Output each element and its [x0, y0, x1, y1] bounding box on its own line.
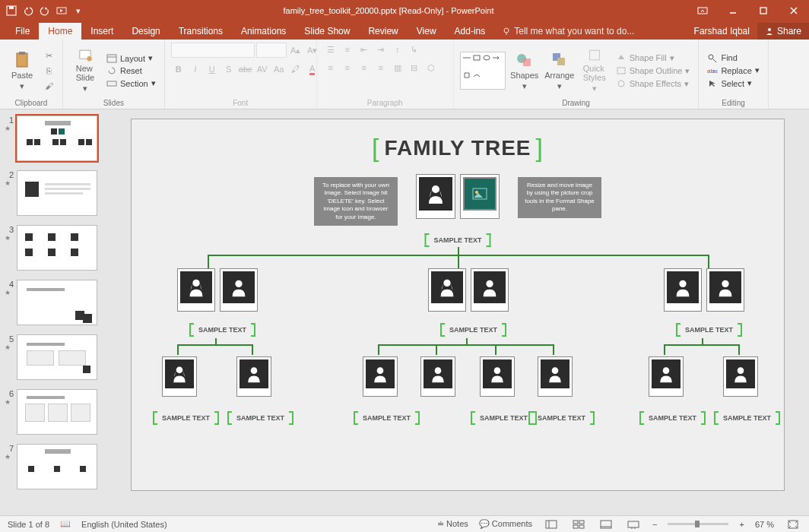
align-text-icon[interactable]: ⊟ [407, 61, 422, 74]
tree-leaf-8[interactable] [723, 356, 758, 397]
tree-leaf-7[interactable] [649, 356, 684, 397]
tree-leaf-4[interactable] [420, 356, 455, 397]
ribbon-options-icon[interactable] [687, 0, 718, 21]
comments-button[interactable]: 💬 Comments [479, 519, 532, 529]
tree-child-2[interactable] [428, 268, 509, 312]
paste-button[interactable]: Paste▾ [6, 48, 38, 93]
redo-icon[interactable] [38, 4, 52, 17]
tab-design[interactable]: Design [122, 23, 169, 40]
notes-button[interactable]: ≐ Notes [437, 519, 468, 529]
underline-icon[interactable]: U [205, 62, 220, 76]
numbering-icon[interactable]: ≡ [340, 43, 355, 56]
info-callout-left[interactable]: To replace with your own image. Select i… [314, 177, 398, 226]
replace-button[interactable]: abacReplace ▾ [705, 65, 761, 76]
tab-view[interactable]: View [408, 23, 446, 40]
shape-fill-button[interactable]: Shape Fill ▾ [614, 52, 693, 64]
slide-canvas[interactable]: [FAMILY TREE] To replace with your own i… [106, 109, 809, 515]
tree-leaf-4-label[interactable]: SAMPLE TEXT [471, 411, 537, 425]
tree-child-3-label[interactable]: SAMPLE TEXT [676, 323, 742, 337]
shadow-icon[interactable]: S [221, 62, 236, 76]
tree-leaf-7-label[interactable]: SAMPLE TEXT [639, 411, 706, 425]
align-center-icon[interactable]: ≡ [340, 61, 355, 74]
minimize-icon[interactable] [718, 0, 748, 21]
spellcheck-icon[interactable]: 📖 [60, 519, 71, 529]
tree-leaf-8-label[interactable]: SAMPLE TEXT [714, 411, 780, 425]
shape-effects-button[interactable]: Shape Effects ▾ [614, 78, 693, 90]
tree-root-label[interactable]: SAMPLE TEXT [424, 233, 490, 247]
tree-child-2-label[interactable]: SAMPLE TEXT [440, 323, 506, 337]
tab-review[interactable]: Review [359, 23, 407, 40]
tree-root-couple[interactable] [416, 174, 500, 219]
tab-slideshow[interactable]: Slide Show [295, 23, 359, 40]
maximize-icon[interactable] [748, 0, 779, 21]
shapes-button[interactable]: Shapes▾ [509, 48, 541, 93]
align-right-icon[interactable]: ≡ [357, 61, 372, 74]
tree-leaf-2-label[interactable]: SAMPLE TEXT [227, 411, 293, 425]
tree-child-1-label[interactable]: SAMPLE TEXT [189, 323, 255, 337]
tab-home[interactable]: Home [39, 23, 81, 40]
slideshow-view-icon[interactable] [625, 518, 642, 530]
shapes-gallery[interactable] [460, 52, 506, 90]
thumbnail-5[interactable]: 5★ [5, 334, 102, 380]
zoom-level[interactable]: 67 % [755, 520, 774, 529]
select-button[interactable]: Select ▾ [705, 78, 761, 89]
slide-title[interactable]: [FAMILY TREE] [367, 133, 548, 163]
tree-leaf-2[interactable] [236, 356, 271, 397]
reading-view-icon[interactable] [598, 518, 614, 530]
copy-icon[interactable]: ⎘ [41, 64, 56, 78]
justify-icon[interactable]: ≡ [373, 61, 389, 74]
tree-leaf-6[interactable] [538, 356, 573, 397]
line-spacing-icon[interactable]: ↕ [390, 43, 405, 56]
arrange-button[interactable]: Arrange▾ [544, 48, 576, 93]
tab-addins[interactable]: Add-ins [446, 23, 495, 40]
zoom-slider[interactable] [668, 523, 728, 525]
text-direction-icon[interactable]: ↳ [407, 43, 422, 56]
cut-icon[interactable]: ✂ [41, 49, 56, 62]
align-left-icon[interactable]: ≡ [323, 61, 338, 74]
thumbnail-4[interactable]: 4★ [5, 280, 102, 325]
thumbnail-3[interactable]: 3★ [5, 225, 102, 271]
share-button[interactable]: Share [757, 23, 809, 40]
quick-styles-button[interactable]: Quick Styles▾ [579, 48, 611, 93]
tree-leaf-1-label[interactable]: SAMPLE TEXT [153, 411, 219, 425]
slide-indicator[interactable]: Slide 1 of 8 [8, 520, 49, 529]
tree-leaf-1[interactable] [162, 356, 197, 397]
thumbnail-1[interactable]: 1★ [5, 116, 102, 161]
strike-icon[interactable]: abc [238, 62, 253, 76]
thumbnail-2[interactable]: 2★ [5, 170, 102, 216]
zoom-out-icon[interactable]: − [652, 520, 657, 529]
close-icon[interactable] [779, 0, 809, 21]
tree-leaf-3-label[interactable]: SAMPLE TEXT [354, 411, 420, 425]
qat-dropdown-icon[interactable]: ▾ [71, 4, 85, 17]
highlight-icon[interactable]: 🖍 [288, 62, 303, 76]
slideshow-icon[interactable] [55, 4, 68, 17]
tell-me-search[interactable]: Tell me what you want to do... [494, 23, 642, 40]
columns-icon[interactable]: ▥ [390, 61, 405, 74]
smartart-icon[interactable]: ⬡ [424, 61, 439, 74]
save-icon[interactable] [5, 4, 18, 17]
italic-icon[interactable]: I [188, 62, 203, 76]
case-icon[interactable]: Aa [271, 62, 287, 76]
reset-button[interactable]: Reset [104, 65, 158, 76]
tab-transitions[interactable]: Transitions [170, 23, 232, 40]
layout-button[interactable]: Layout ▾ [104, 52, 158, 64]
tab-animations[interactable]: Animations [232, 23, 295, 40]
format-painter-icon[interactable]: 🖌 [41, 79, 56, 93]
normal-view-icon[interactable] [543, 518, 560, 530]
shape-outline-button[interactable]: Shape Outline ▾ [614, 65, 693, 77]
indent-dec-icon[interactable]: ⇤ [357, 43, 372, 56]
tab-file[interactable]: File [6, 23, 39, 40]
bullets-icon[interactable]: ☰ [323, 43, 338, 56]
font-family-select[interactable] [171, 43, 255, 58]
info-callout-right[interactable]: Resize and move image by using the pictu… [518, 177, 601, 218]
bold-icon[interactable]: B [171, 62, 186, 76]
spacing-icon[interactable]: AV [255, 62, 270, 76]
tree-child-3[interactable] [664, 268, 744, 312]
section-button[interactable]: Section ▾ [104, 78, 158, 89]
zoom-in-icon[interactable]: + [739, 520, 744, 529]
slide-content[interactable]: [FAMILY TREE] To replace with your own i… [131, 119, 785, 491]
font-size-select[interactable] [256, 43, 287, 58]
tree-leaf-5-label[interactable]: SAMPLE TEXT [528, 411, 595, 425]
tree-child-1[interactable] [177, 268, 258, 312]
new-slide-button[interactable]: New Slide▾ [69, 48, 101, 93]
